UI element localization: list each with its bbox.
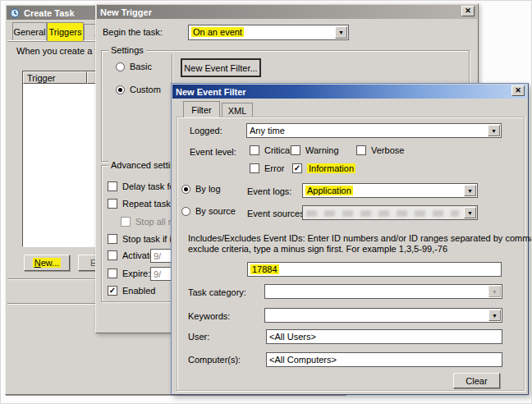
checkbox-box (108, 234, 117, 244)
radio-basic[interactable]: Basic (116, 62, 152, 71)
new-trigger-titlebar[interactable]: New Trigger (97, 5, 477, 19)
screenshot-root: Create Task General Triggers Ac When you… (0, 0, 532, 404)
event-level-label: Event level: (190, 147, 236, 157)
new-button-label: New... (33, 258, 62, 268)
begin-task-value: On an event (191, 27, 244, 37)
event-logs-label: Event logs: (247, 186, 291, 196)
task-category-label: Task category: (188, 287, 246, 297)
check-mark: ✓ (109, 287, 116, 295)
new-event-filter-dialog: New Event Filter ✕ Filter XML Logged: An… (171, 83, 529, 395)
chevron-down-icon: ▼ (488, 286, 501, 297)
event-sources-label: Event sources: (247, 209, 307, 218)
radio-circle-selected (116, 85, 125, 94)
event-sources-combobox[interactable]: ▼ (302, 205, 478, 220)
checkbox-box (356, 145, 366, 155)
tab-filter[interactable]: Filter (183, 101, 220, 117)
checkbox-box-checked: ✓ (108, 286, 117, 296)
settings-group-label: Settings (108, 45, 146, 55)
check-mark: ✓ (294, 164, 300, 172)
new-event-filter-titlebar[interactable]: New Event Filter (172, 85, 527, 99)
radio-by-source[interactable]: By source (181, 206, 236, 216)
checkbox-box (108, 269, 117, 278)
event-ids-input[interactable]: 17884 (247, 262, 502, 277)
event-ids-value: 17884 (250, 264, 279, 274)
task-category-combobox[interactable]: ▼ (264, 284, 502, 299)
checkbox-box (291, 145, 300, 155)
radio-circle-selected (181, 185, 190, 194)
checkbox-information[interactable]: ✓ Information (292, 163, 355, 173)
new-event-filter-title: New Event Filter (176, 87, 246, 97)
checkbox-box (250, 163, 259, 173)
checkbox-error[interactable]: Error (250, 163, 284, 173)
trigger-column-header[interactable]: Trigger (23, 71, 87, 84)
checkbox-enabled[interactable]: ✓ Enabled (108, 286, 155, 296)
checkbox-box (108, 250, 117, 260)
event-logs-combobox[interactable]: Application ▼ (302, 183, 478, 198)
chevron-down-icon[interactable]: ▼ (335, 26, 347, 39)
checkbox-expire[interactable]: Expire: (108, 269, 150, 278)
checkbox-box-checked: ✓ (292, 163, 302, 173)
new-trigger-title: New Trigger (100, 7, 152, 17)
create-task-intro: When you create a ta (16, 46, 103, 56)
event-sources-redacted-value (306, 210, 459, 217)
begin-task-label: Begin the task: (103, 27, 163, 37)
filter-tab-page (177, 117, 525, 391)
logged-combobox[interactable]: Any time ▼ (246, 123, 502, 138)
radio-circle (116, 62, 125, 71)
clear-button[interactable]: Clear (453, 373, 500, 388)
logged-label: Logged: (190, 126, 222, 135)
chevron-down-icon[interactable]: ▼ (488, 310, 501, 321)
user-value: <All Users> (269, 332, 316, 342)
close-icon[interactable]: ✕ (461, 6, 475, 16)
close-icon[interactable]: ✕ (511, 85, 525, 96)
checkbox-critical[interactable]: Critical (250, 145, 292, 155)
checkbox-warning[interactable]: Warning (291, 145, 339, 155)
event-logs-value: Application (305, 186, 353, 195)
chevron-down-icon[interactable]: ▼ (464, 207, 476, 218)
user-input[interactable]: <All Users> (266, 329, 502, 344)
checkbox-box (121, 217, 131, 227)
radio-by-log[interactable]: By log (181, 184, 221, 194)
keywords-combobox[interactable]: ▼ (264, 308, 502, 323)
new-event-filter-button[interactable]: New Event Filter... (181, 58, 261, 77)
computers-label: Computer(s): (188, 355, 241, 365)
begin-task-combobox[interactable]: On an event ▼ (188, 25, 349, 40)
tab-general[interactable]: General (12, 22, 47, 41)
new-trigger-button[interactable]: New... (24, 255, 70, 271)
checkbox-box (108, 199, 117, 209)
checkbox-box (250, 145, 259, 155)
create-task-title: Create Task (24, 8, 75, 18)
computers-input[interactable]: <All Computers> (266, 352, 502, 367)
chevron-down-icon[interactable]: ▼ (488, 125, 500, 136)
event-ids-help-line2: exclude criteria, type a minus sign firs… (188, 244, 447, 254)
keywords-label: Keywords: (188, 311, 230, 321)
radio-custom[interactable]: Custom (116, 85, 161, 94)
checkbox-stop-all-disabled: Stop all r (121, 217, 171, 227)
tab-triggers[interactable]: Triggers (47, 22, 84, 41)
tab-xml[interactable]: XML (222, 103, 253, 117)
radio-circle (181, 207, 190, 216)
computers-value: <All Computers> (269, 355, 337, 365)
clock-icon (10, 8, 20, 18)
logged-value: Any time (250, 126, 285, 135)
checkbox-verbose[interactable]: Verbose (356, 145, 404, 155)
checkbox-delay-task[interactable]: Delay task for: (108, 181, 180, 191)
checkbox-box (108, 181, 117, 191)
event-ids-help-line1: Includes/Excludes Event IDs: Enter ID nu… (188, 233, 532, 243)
user-label: User: (188, 332, 209, 342)
chevron-down-icon[interactable]: ▼ (464, 185, 476, 196)
